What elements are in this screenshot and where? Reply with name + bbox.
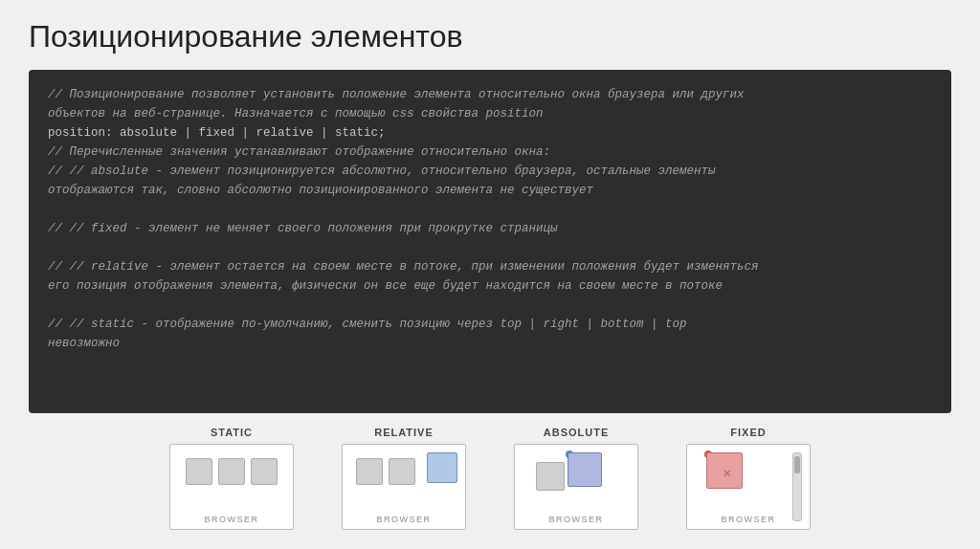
static-boxes (186, 458, 278, 485)
absolute-label: ABSOLUTE (544, 427, 610, 438)
relative-box-1 (356, 458, 383, 485)
page-title: Позиционирование элементов (29, 19, 951, 55)
relative-boxes (356, 458, 452, 489)
code-line-empty2 (48, 238, 932, 257)
static-box-3 (251, 458, 278, 485)
main-content: Позиционирование элементов // Позиционир… (29, 19, 951, 530)
static-box-1 (186, 458, 212, 485)
code-line-5: // // absolute - элемент позиционируется… (48, 162, 932, 181)
static-box: BROWSER (169, 444, 294, 530)
code-line-8: // // relative - элемент остается на сво… (48, 257, 932, 276)
fixed-browser-label: BROWSER (721, 515, 775, 524)
fixed-label: FIXED (730, 427, 766, 438)
code-line-11: невозможно (48, 334, 932, 353)
absolute-box: BROWSER (514, 444, 638, 530)
code-line-9: его позиция отображения элемента, физиче… (48, 276, 932, 296)
code-line-4: // Перечисленные значения устанавливают … (48, 143, 932, 162)
diagram-fixed: FIXED ✕ BROWSER (662, 427, 835, 530)
diagram-relative: RELATIVE BROWSER (318, 427, 490, 530)
diagram-static: STATIC BROWSER (145, 427, 318, 530)
relative-browser-label: BROWSER (376, 515, 431, 524)
absolute-browser-label: BROWSER (548, 515, 603, 524)
static-label: STATIC (211, 427, 253, 438)
absolute-fg-box (568, 452, 602, 487)
code-block: // Позиционирование позволяет установить… (29, 70, 951, 413)
code-line-1: // Позиционирование позволяет установить… (48, 85, 932, 104)
static-browser-label: BROWSER (204, 515, 258, 524)
fixed-scrollbar-thumb (794, 456, 800, 473)
absolute-bg-box (536, 462, 565, 491)
relative-box: BROWSER (342, 444, 466, 530)
code-line-empty3 (48, 296, 932, 315)
code-line-7: // // fixed - элемент не меняет своего п… (48, 219, 932, 238)
code-line-3: position: absolute | fixed | relative | … (48, 123, 932, 143)
fixed-x-icon: ✕ (723, 468, 731, 480)
relative-box-shifted (427, 452, 457, 483)
static-box-2 (218, 458, 245, 485)
diagram-absolute: ABSOLUTE BROWSER (490, 427, 662, 530)
fixed-box: ✕ BROWSER (686, 444, 811, 530)
code-line-empty1 (48, 200, 932, 219)
relative-box-2 (389, 458, 415, 485)
code-line-10: // // static - отображение по-умолчанию,… (48, 315, 932, 334)
diagrams-row: STATIC BROWSER RELATIVE BROWSER (29, 427, 951, 530)
code-line-2: объектов на веб-странице. Назначается с … (48, 104, 932, 123)
relative-label: RELATIVE (374, 427, 434, 438)
code-line-6: отображаются так, словно абсолютно позиц… (48, 181, 932, 200)
fixed-scrollbar (792, 452, 802, 521)
